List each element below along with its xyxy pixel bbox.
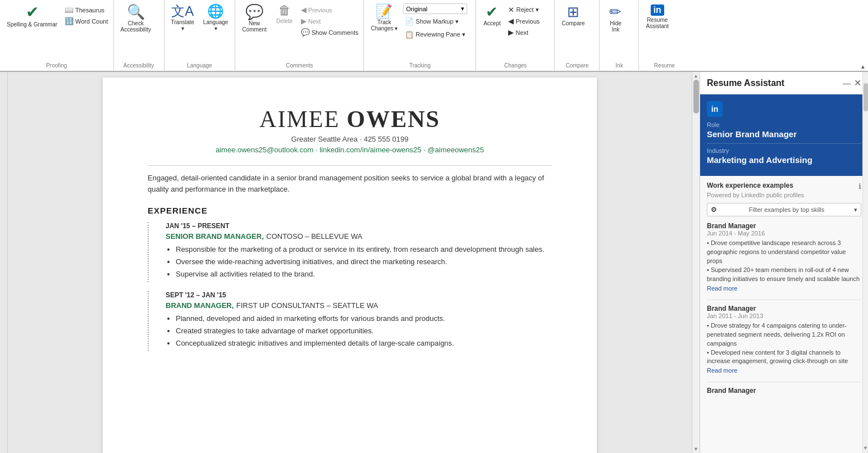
- thesaurus-label: Thesaurus: [75, 7, 104, 13]
- ra-powered-by: Powered by LinkedIn public profiles: [707, 192, 861, 198]
- job-1-title: SENIOR BRAND MANAGER,: [166, 232, 264, 241]
- check-accessibility-button[interactable]: 🔍 CheckAccessibility: [117, 2, 154, 35]
- ra-example-1: Brand Manager Jun 2014 - May 2016 • Drov…: [707, 222, 861, 292]
- ra-scrollbar[interactable]: ▼: [862, 72, 868, 453]
- scroll-up-arrow[interactable]: ▲: [693, 73, 698, 79]
- accept-icon: ✔: [486, 4, 498, 19]
- resume-assistant-panel: Resume Assistant — ✕ in Role Senior Bran…: [700, 72, 868, 453]
- resume-assistant-label: ResumeAssistant: [646, 17, 669, 29]
- ra-body[interactable]: Work experience examples ℹ Powered by Li…: [700, 176, 868, 453]
- group-language: 文A Translate▾ 🌐 Language▾ Language: [165, 0, 236, 71]
- previous-comment-label: Previous: [308, 7, 332, 13]
- ra-example-divider-1: [707, 300, 861, 300]
- group-changes: ✔ Accept ✕ Reject ▾ ◀ Previous ▶ Next Ch…: [476, 0, 555, 71]
- ribbon: ✔ Spelling & Grammar 📖 Thesaurus 🔢 Word …: [0, 0, 868, 72]
- previous-change-button[interactable]: ◀ Previous: [506, 16, 541, 26]
- resume-summary[interactable]: Engaged, detail-oriented candidate in a …: [148, 173, 552, 194]
- next-change-label: Next: [515, 29, 528, 36]
- delete-button[interactable]: 🗑 Delete: [272, 2, 297, 26]
- language-icon: 🌐: [207, 4, 224, 18]
- ribbon-collapse-button[interactable]: ▲: [858, 0, 868, 71]
- hide-ink-label: HideInk: [610, 20, 622, 33]
- original-dropdown[interactable]: Original ▾: [403, 3, 467, 14]
- translate-icon: 文A: [171, 4, 194, 18]
- group-compare: ⊞ Compare Compare: [555, 0, 600, 71]
- previous-comment-icon: ◀: [301, 6, 307, 14]
- spelling-grammar-label: Spelling & Grammar: [7, 21, 57, 28]
- show-markup-button[interactable]: 📄 Show Markup ▾: [403, 16, 467, 27]
- experience-title: EXPERIENCE: [148, 206, 552, 215]
- group-resume: in ResumeAssistant Resume: [639, 0, 689, 71]
- job-1-content: JAN '15 – PRESENT SENIOR BRAND MANAGER, …: [166, 222, 552, 282]
- show-comments-icon: 💬: [301, 28, 310, 37]
- new-comment-button[interactable]: 💬 NewComment: [239, 2, 269, 35]
- language-button[interactable]: 🌐 Language▾: [200, 2, 232, 34]
- reviewing-pane-icon: 📋: [405, 30, 414, 39]
- hide-ink-button[interactable]: ✏ HideInk: [603, 2, 628, 35]
- job-1-bullet-2: Oversee the wide-reaching advertising in…: [176, 257, 552, 267]
- show-comments-button[interactable]: 💬 Show Comments: [299, 27, 360, 38]
- scroll-thumb[interactable]: [693, 80, 699, 114]
- ra-collapse-button[interactable]: —: [843, 79, 851, 88]
- translate-button[interactable]: 文A Translate▾: [168, 2, 198, 34]
- language-label: Language▾: [203, 19, 229, 31]
- thesaurus-icon: 📖: [65, 6, 74, 14]
- changes-group-label: Changes: [479, 61, 551, 71]
- ra-work-exp-title: Work experience examples: [707, 182, 793, 189]
- show-markup-icon: 📄: [405, 17, 414, 26]
- document-area[interactable]: AIMEE OWENS Greater Seattle Area · 425 5…: [8, 72, 692, 453]
- ra-role-label: Role: [707, 121, 861, 128]
- ra-header: Resume Assistant — ✕: [700, 72, 868, 94]
- group-tracking: 📝 TrackChanges ▾ Original ▾ 📄 Show Marku…: [364, 0, 476, 71]
- ra-close-button[interactable]: ✕: [854, 78, 861, 88]
- ra-info-icon[interactable]: ℹ: [858, 182, 861, 191]
- comments-group-label: Comments: [239, 61, 360, 71]
- thesaurus-button[interactable]: 📖 Thesaurus: [63, 4, 110, 15]
- job-2-bullet-3: Conceptualized strategic initiatives and…: [176, 338, 552, 348]
- job-1-date: JAN '15 – PRESENT: [166, 222, 552, 230]
- resume-divider: [148, 165, 552, 166]
- document-page: AIMEE OWENS Greater Seattle Area · 425 5…: [103, 78, 597, 453]
- ra-scroll-down[interactable]: ▼: [863, 445, 868, 451]
- previous-comment-button[interactable]: ◀ Previous: [299, 4, 360, 15]
- doc-scrollbar[interactable]: ▲ ▼: [692, 72, 700, 453]
- reject-label: Reject ▾: [516, 6, 538, 13]
- job-2-title: BRAND MANAGER,: [166, 301, 234, 310]
- next-comment-button[interactable]: ▶ Next: [299, 16, 360, 26]
- accept-button[interactable]: ✔ Accept: [479, 2, 504, 29]
- ra-example-2-dates: Jan 2011 - Jun 2013: [707, 312, 861, 319]
- track-changes-label: TrackChanges ▾: [371, 19, 398, 31]
- next-change-button[interactable]: ▶ Next: [506, 27, 541, 38]
- resume-assistant-button[interactable]: in ResumeAssistant: [642, 2, 672, 31]
- reject-button[interactable]: ✕ Reject ▾: [506, 4, 541, 15]
- compare-label: Compare: [561, 20, 584, 26]
- track-changes-button[interactable]: 📝 TrackChanges ▾: [367, 2, 401, 34]
- compare-button[interactable]: ⊞ Compare: [558, 2, 588, 29]
- ra-example-1-title: Brand Manager: [707, 222, 861, 230]
- ra-example-3-title: Brand Manager: [707, 387, 861, 395]
- spelling-grammar-button[interactable]: ✔ Spelling & Grammar: [3, 2, 61, 30]
- accessibility-label: CheckAccessibility: [121, 20, 151, 33]
- word-count-button[interactable]: 🔢 Word Count: [63, 16, 110, 26]
- resume-group-label: Resume: [642, 61, 686, 71]
- doc-left-margin: [0, 72, 8, 453]
- compare-icon: ⊞: [567, 4, 579, 19]
- main-area: AIMEE OWENS Greater Seattle Area · 425 5…: [0, 72, 868, 453]
- resume-contact: Greater Seattle Area · 425 555 0199: [148, 135, 552, 143]
- track-changes-icon: 📝: [376, 4, 392, 18]
- job-1-bullets: Responsible for the marketing of a produ…: [166, 244, 552, 280]
- ra-filter-bar[interactable]: ⚙ Filter examples by top skills ▾: [707, 203, 861, 216]
- resume-first-name: AIMEE: [259, 106, 346, 132]
- ra-li-divider: [707, 143, 861, 144]
- ra-example-1-read-more[interactable]: Read more: [707, 285, 861, 292]
- ra-example-2-read-more[interactable]: Read more: [707, 367, 861, 374]
- next-comment-label: Next: [308, 18, 321, 25]
- ra-example-2-bullet-2: • Developed new content for 3 digital ch…: [707, 348, 861, 366]
- reviewing-pane-button[interactable]: 📋 Reviewing Pane ▾: [403, 29, 467, 40]
- linkedin-icon: in: [651, 4, 664, 16]
- ra-header-controls: — ✕: [843, 78, 861, 88]
- scroll-down-arrow[interactable]: ▼: [693, 446, 698, 452]
- accessibility-icon: 🔍: [127, 4, 145, 19]
- ra-example-1-bullet-1: • Drove competitive landscape research a…: [707, 239, 861, 266]
- ra-scroll-thumb[interactable]: [864, 83, 868, 111]
